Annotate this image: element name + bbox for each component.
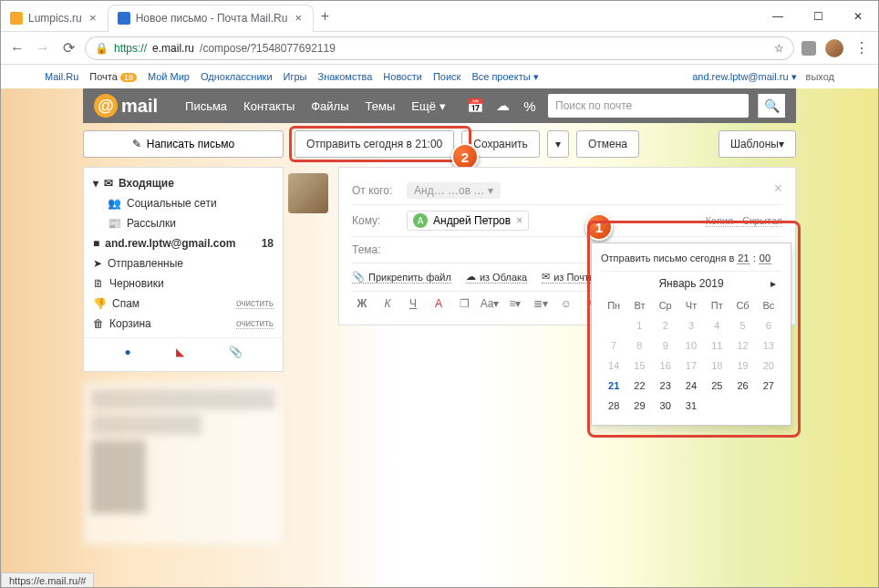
color-button[interactable]: A <box>429 297 449 310</box>
recipient-chip[interactable]: А Андрей Петров × <box>407 211 529 231</box>
hour-input[interactable]: 21 <box>737 253 750 264</box>
minute-input[interactable]: 00 <box>759 253 771 264</box>
calendar-day[interactable]: 25 <box>704 376 729 396</box>
drafts-icon: 🗎 <box>93 277 104 290</box>
indent-button[interactable]: ≣▾ <box>531 297 551 310</box>
logout-link[interactable]: выход <box>806 71 834 83</box>
nav-letters[interactable]: Письма <box>185 99 227 113</box>
send-scheduled-button[interactable]: Отправить сегодня в 21:00 <box>295 130 454 158</box>
underline-button[interactable]: Ч <box>403 297 423 310</box>
clear-link[interactable]: очистить <box>236 318 274 329</box>
remove-recipient-icon[interactable]: × <box>516 214 522 227</box>
font-button[interactable]: Aа▾ <box>480 297 500 310</box>
calendar-day[interactable]: 24 <box>678 376 704 396</box>
calendar-day: 18 <box>704 356 729 376</box>
calendar-day[interactable]: 21 <box>601 376 626 396</box>
sidebar-item-custom[interactable]: ■ and.rew.lptw@gmail.com18 <box>84 233 283 253</box>
cancel-button[interactable]: Отмена <box>576 130 639 158</box>
attach-cloud-link[interactable]: ☁из Облака <box>466 271 527 284</box>
topline-link[interactable]: Все проекты ▾ <box>471 71 538 83</box>
topline-user[interactable]: and.rew.lptw@mail.ru ▾ <box>692 71 796 83</box>
compose-button[interactable]: ✎ Написать письмо <box>83 130 284 158</box>
nav-more[interactable]: Ещё ▾ <box>411 99 445 113</box>
clear-link[interactable]: очистить <box>236 298 274 309</box>
from-chip[interactable]: Анд… …ов … ▾ <box>407 182 501 199</box>
topline-mail[interactable]: Почта 18 <box>89 71 137 82</box>
cloud-icon[interactable]: ☁ <box>493 97 512 115</box>
tab-mailru[interactable]: Новое письмо - Почта Mail.Ru × <box>108 5 315 32</box>
new-tab-button[interactable]: + <box>314 8 336 25</box>
calendar-day[interactable]: 29 <box>626 396 652 416</box>
cc-link[interactable]: Копия <box>706 215 734 226</box>
favicon-mailru <box>118 12 130 25</box>
calendar-day: 9 <box>653 335 678 356</box>
sidebar-item-spam[interactable]: 👎 Спамочистить <box>84 294 283 314</box>
back-icon[interactable]: ← <box>8 39 26 57</box>
maximize-button[interactable]: ☐ <box>798 3 838 30</box>
forward-icon[interactable]: → <box>34 39 52 57</box>
sidebar-item-drafts[interactable]: 🗎 Черновики <box>84 273 283 294</box>
topline-link[interactable]: Игры <box>284 71 307 82</box>
close-icon[interactable]: × <box>88 13 98 24</box>
save-dropdown[interactable]: ▾ <box>547 130 569 158</box>
schedule-datepicker: Отправить письмо сегодня в 21 : 00 Январ… <box>591 242 791 426</box>
close-icon[interactable]: × <box>293 13 304 24</box>
menu-icon[interactable]: ⋮ <box>853 39 871 57</box>
sidebar-item-trash[interactable]: 🗑 Корзинаочистить <box>84 314 283 334</box>
minimize-button[interactable]: — <box>758 3 798 30</box>
url-input[interactable]: 🔒 https://e.mail.ru/compose/?15480776921… <box>85 36 794 60</box>
day-header: Пт <box>704 295 729 315</box>
reload-icon[interactable]: ⟳ <box>59 39 78 57</box>
profile-avatar[interactable] <box>825 39 843 57</box>
emoji-button[interactable]: ☺ <box>556 297 576 310</box>
topline-link[interactable]: Поиск <box>433 71 460 82</box>
flag-icon[interactable]: ◣ <box>176 346 184 358</box>
calendar-day[interactable]: 26 <box>729 376 755 396</box>
calendar-day[interactable]: 30 <box>653 396 678 416</box>
calendar-day <box>704 396 729 416</box>
attachment-icon[interactable]: 📎 <box>229 346 243 358</box>
calendar-day[interactable]: 23 <box>653 376 678 396</box>
bcc-link[interactable]: Скрытая <box>742 215 782 226</box>
topline-link[interactable]: Новости <box>383 71 422 82</box>
search-button[interactable]: 🔍 <box>758 94 785 118</box>
nav-themes[interactable]: Темы <box>366 99 396 113</box>
topline-link[interactable]: Одноклассники <box>201 71 273 82</box>
extension-icon[interactable] <box>801 41 816 56</box>
close-composer-icon[interactable]: × <box>774 181 782 197</box>
sidebar-item-sent[interactable]: ➤ Отправленные <box>84 253 283 273</box>
star-icon[interactable]: ☆ <box>774 42 784 55</box>
next-month-icon[interactable]: ▸ <box>770 277 776 290</box>
nav-files[interactable]: Файлы <box>311 99 348 113</box>
close-button[interactable]: ✕ <box>838 3 878 30</box>
templates-button[interactable]: Шаблоны ▾ <box>719 130 796 158</box>
attach-mail-link[interactable]: ✉из Почты <box>542 271 596 284</box>
calendar-day[interactable]: 31 <box>678 396 704 416</box>
calendar-day[interactable]: 22 <box>626 376 652 396</box>
mail-logo[interactable]: @ mail <box>94 94 158 118</box>
calendar-day: 13 <box>756 335 781 356</box>
percent-icon[interactable]: % <box>521 97 539 115</box>
attach-file-link[interactable]: 📎Прикрепить файл <box>352 271 451 284</box>
sidebar-item-newsletters[interactable]: 📰 Рассылки <box>84 213 283 233</box>
tab-lumpics[interactable]: Lumpics.ru × <box>1 5 108 32</box>
dot-icon[interactable]: ● <box>124 346 130 358</box>
calendar-day: 2 <box>653 315 678 335</box>
topline-link[interactable]: Мой Мир <box>148 71 190 82</box>
calendar-day[interactable]: 28 <box>601 396 626 416</box>
calendar-day[interactable]: 27 <box>756 376 781 396</box>
search-input[interactable]: Поиск по почте <box>548 94 749 118</box>
align-button[interactable]: ≡▾ <box>505 297 525 310</box>
calendar-day: 5 <box>729 315 755 335</box>
sidebar-item-inbox[interactable]: ▾ ✉ Входящие <box>84 173 283 193</box>
topline-logo[interactable]: Mail.Ru <box>45 71 78 82</box>
bold-button[interactable]: Ж <box>352 297 372 310</box>
italic-button[interactable]: К <box>377 297 398 310</box>
calendar-day: 1 <box>626 315 652 335</box>
bgcolor-button[interactable]: ❐ <box>454 297 474 310</box>
nav-contacts[interactable]: Контакты <box>243 99 295 113</box>
calendar-icon[interactable]: 📅 <box>466 97 484 115</box>
topline-link[interactable]: Знакомства <box>317 71 372 82</box>
browser-status: https://e.mail.ru/# <box>1 573 94 588</box>
sidebar-item-social[interactable]: 👥 Социальные сети <box>84 193 283 213</box>
